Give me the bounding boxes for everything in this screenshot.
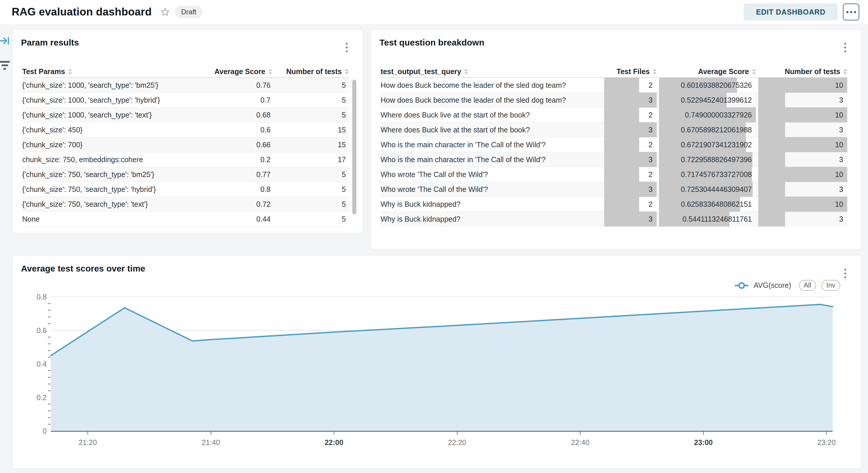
sort-icon[interactable] [268, 69, 272, 75]
score-bar-cell: 0.6016938820675326 [659, 78, 756, 93]
table-cell: 5 [272, 182, 349, 197]
expand-sidebar-icon[interactable] [0, 34, 11, 47]
table-cell: 0.76 [185, 78, 272, 93]
files-bar-cell: 3 [604, 212, 657, 226]
files-bar-cell: 2 [604, 167, 657, 182]
table-row[interactable]: How does Buck become the leader of the s… [380, 93, 847, 108]
column-header-average-score[interactable]: Average Score [185, 67, 272, 76]
table-row[interactable]: Where does Buck live at the start of the… [380, 123, 847, 137]
table-row[interactable]: None0.445 [22, 212, 349, 227]
param-results-menu-icon[interactable] [346, 43, 348, 52]
x-axis-label: 22:00 [324, 438, 343, 446]
column-header-average-score[interactable]: Average Score [659, 67, 756, 76]
table-row[interactable]: Why is Buck kidnapped?20.625833648086215… [380, 197, 847, 212]
table-row[interactable]: Why is Buck kidnapped?30.544111324681176… [380, 212, 847, 227]
table-row[interactable]: How does Buck become the leader of the s… [380, 78, 847, 93]
cell-value: 0.7174576733727008 [681, 170, 756, 179]
table-row[interactable]: {'chunk_size': 1000, 'search_type': 'hyb… [22, 93, 349, 108]
status-badge: Draft [175, 6, 203, 18]
table-cell: {'chunk_size': 750, 'search_type': 'hybr… [22, 182, 185, 197]
cell-value: 2 [649, 170, 657, 179]
files-bar-cell: 2 [604, 78, 657, 93]
table-cell: 17 [272, 152, 349, 167]
avg-score-area-chart: 00.20.40.60.821:2021:4022:0022:2022:4023… [30, 292, 845, 455]
table-row[interactable]: {'chunk_size': 700}0.6615 [22, 137, 349, 152]
score-bar-cell: 0.7229588826497396 [659, 152, 756, 167]
edit-dashboard-button[interactable]: EDIT DASHBOARD [744, 3, 838, 21]
query-cell: Where does Buck live at the start of the… [380, 123, 602, 137]
table-scrollbar[interactable] [352, 79, 356, 214]
cell-value: 2 [649, 141, 657, 149]
favorite-star-icon[interactable] [159, 6, 171, 18]
series-area-fill [51, 304, 833, 431]
line-chart[interactable]: 00.20.40.60.821:2021:4022:0022:2022:4023… [30, 292, 845, 455]
legend-invert-button[interactable]: Inv [821, 280, 840, 291]
sort-icon[interactable] [653, 69, 657, 75]
cell-value: 3 [649, 126, 657, 134]
files-bar-cell: 3 [604, 182, 657, 197]
legend-series-marker-icon [735, 282, 748, 289]
question-breakdown-menu-icon[interactable] [844, 43, 846, 52]
table-cell: 0.77 [185, 167, 272, 182]
cell-value: 2 [649, 81, 657, 90]
param-results-title: Param results [21, 38, 79, 47]
cell-value: 3 [839, 185, 847, 194]
column-header-number-of-tests[interactable]: Number of tests [758, 67, 847, 76]
filters-icon[interactable] [0, 59, 11, 72]
column-header-number-of-tests[interactable]: Number of tests [272, 67, 349, 76]
sort-icon[interactable] [843, 69, 847, 75]
table-row[interactable]: {'chunk_size': 750, 'search_type': 'text… [22, 197, 349, 212]
table-row[interactable]: Where does Buck live at the start of the… [380, 108, 847, 123]
legend-series-label[interactable]: AVG(score) [753, 281, 791, 290]
value-bar [758, 122, 785, 137]
query-cell: Why is Buck kidnapped? [380, 212, 602, 226]
value-bar [758, 182, 785, 197]
table-row[interactable]: Who wrote 'The Call of the Wild'?20.7174… [380, 167, 847, 182]
value-bar [604, 107, 639, 123]
table-cell: 0.44 [185, 212, 272, 226]
sort-icon[interactable] [464, 69, 468, 75]
value-bar [758, 137, 847, 152]
n-bar-cell: 3 [758, 212, 847, 226]
table-row[interactable]: chunk_size: 750, embeddings:cohere0.217 [22, 152, 349, 167]
table-cell: {'chunk_size': 1000, 'search_type': 'bm2… [22, 78, 185, 93]
files-bar-cell: 3 [604, 152, 657, 167]
score-bar-cell: 0.6258336480862151 [659, 197, 756, 211]
y-axis-label: 0.4 [36, 360, 47, 368]
question-breakdown-title: Test question breakdown [379, 38, 485, 47]
avg-scores-chart-panel: Average test scores over time AVG(score)… [12, 255, 862, 469]
query-cell: Who wrote 'The Call of the Wild'? [380, 167, 602, 182]
table-row[interactable]: Who wrote 'The Call of the Wild'?30.7253… [380, 182, 847, 197]
sort-icon[interactable] [68, 69, 72, 75]
table-row[interactable]: {'chunk_size': 750, 'search_type': 'bm25… [22, 167, 349, 182]
table-row[interactable]: {'chunk_size': 450}0.615 [22, 123, 349, 137]
sort-icon[interactable] [752, 69, 756, 75]
table-cell: 0.8 [185, 182, 272, 197]
y-axis-label: 0 [42, 427, 47, 435]
score-bar-cell: 0.7174576733727008 [659, 167, 756, 182]
table-cell: {'chunk_size': 1000, 'search_type': 'tex… [22, 108, 185, 122]
table-row[interactable]: {'chunk_size': 1000, 'search_type': 'bm2… [22, 78, 349, 93]
dashboard-overflow-menu-button[interactable] [843, 3, 859, 21]
cell-value: 0.7229588826497396 [681, 156, 756, 164]
query-cell: Who wrote 'The Call of the Wild'? [380, 182, 602, 197]
table-row[interactable]: Who is the main character in 'The Call o… [380, 152, 847, 167]
chart-menu-icon[interactable] [844, 269, 846, 278]
column-header-test-params[interactable]: Test Params [22, 67, 185, 76]
cell-value: 0.7253044446309407 [681, 185, 756, 194]
cell-value: 2 [649, 200, 657, 208]
column-header-test-files[interactable]: Test Files [604, 67, 657, 76]
legend-select-all-button[interactable]: All [799, 280, 816, 291]
table-row[interactable]: Who is the main character in 'The Call o… [380, 137, 847, 152]
cell-value: 10 [835, 111, 847, 119]
table-row[interactable]: {'chunk_size': 1000, 'search_type': 'tex… [22, 108, 349, 123]
value-bar [604, 77, 639, 93]
table-cell: 0.7 [185, 93, 272, 107]
table-cell: None [22, 212, 185, 226]
score-bar-cell: 0.5441113246811761 [659, 212, 756, 226]
value-bar [604, 197, 639, 212]
n-bar-cell: 3 [758, 182, 847, 197]
table-row[interactable]: {'chunk_size': 750, 'search_type': 'hybr… [22, 182, 349, 197]
column-header-test-query[interactable]: test_output_test_query [380, 67, 602, 76]
sort-icon[interactable] [345, 69, 349, 75]
